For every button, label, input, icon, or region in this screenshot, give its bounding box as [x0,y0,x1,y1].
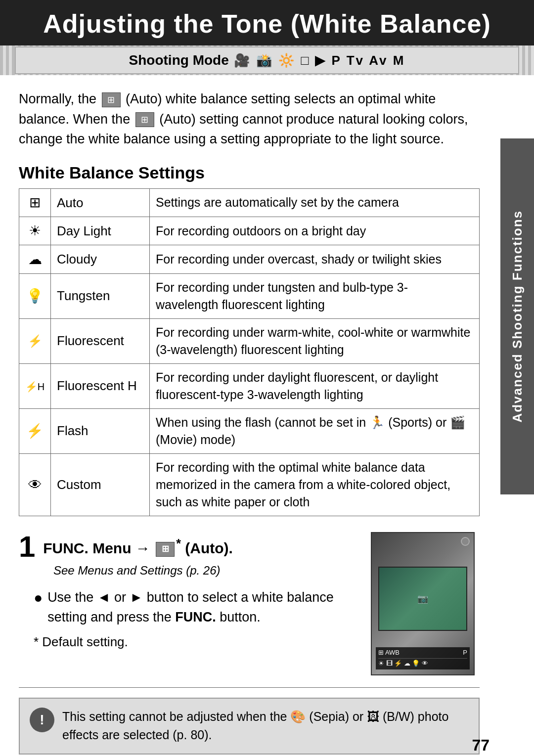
table-row: 👁 Custom For recording with the optimal … [19,453,480,516]
icon-cell: ☀ [19,217,51,245]
step-header: 1 FUNC. Menu → * (Auto). [19,532,357,562]
side-tab-text: Advanced Shooting Functions [510,210,525,423]
table-row: ☁ Cloudy For recording under overcast, s… [19,245,480,273]
name-cell: Auto [51,188,150,217]
icon-cell: 👁 [19,453,51,516]
page-wrapper: Advanced Shooting Functions Adjusting th… [0,0,534,756]
table-row: ⚡ Fluorescent For recording under warm-w… [19,318,480,363]
desc-cell: Settings are automatically set by the ca… [150,188,480,217]
icon-cell: ⚡H [19,363,51,408]
name-cell: Cloudy [51,245,150,273]
icon-cell: ⚡ [19,318,51,363]
icon-cell: ⚡ [19,408,51,453]
shooting-mode-label: Shooting Mode [129,52,229,68]
notice-icon: ! [30,708,54,732]
wb-section-heading: White Balance Settings [19,163,480,182]
table-row: ⚡H Fluorescent H For recording under day… [19,363,480,408]
desc-cell: For recording under overcast, shady or t… [150,245,480,273]
name-cell: Fluorescent [51,318,150,363]
name-cell: Day Light [51,217,150,245]
table-row: 💡 Tungsten For recording under tungsten … [19,273,480,318]
divider [19,687,480,688]
step-right: 📷 ⊞ AWBP ☀ 🎞 ⚡ ☁ 💡 👁 [371,532,480,675]
desc-cell: For recording under warm-white, cool-whi… [150,318,480,363]
table-row: ⊞ Auto Settings are automatically set by… [19,188,480,217]
icon-cell: ⊞ [19,188,51,217]
bullet-dot: ● [34,586,43,627]
shooting-mode-bar: Shooting Mode 🎥 📸 🔆 □ ▶ P Tv Av M [15,46,519,74]
desc-cell: For recording under tungsten and bulb-ty… [150,273,480,318]
body-content: Normally, the (Auto) white balance setti… [0,75,534,756]
notice-text: This setting cannot be adjusted when the… [62,708,469,745]
mode-icons: 🎥 📸 🔆 □ ▶ P Tv Av M [234,53,405,68]
icon-cell: 💡 [19,273,51,318]
desc-cell: For recording with the optimal white bal… [150,453,480,516]
step-number: 1 [19,532,35,562]
camera-image: 📷 ⊞ AWBP ☀ 🎞 ⚡ ☁ 💡 👁 [371,532,475,675]
mode-bar-wrapper: Shooting Mode 🎥 📸 🔆 □ ▶ P Tv Av M [0,45,534,75]
awb-icon-2 [135,112,154,127]
name-cell: Fluorescent H [51,363,150,408]
table-row: ⚡ Flash When using the flash (cannot be … [19,408,480,453]
bullet-text: Use the ◄ or ► button to select a white … [47,587,357,627]
step-bullets: ● Use the ◄ or ► button to select a whit… [34,587,357,627]
notice-box: ! This setting cannot be adjusted when t… [19,698,480,755]
step-left: 1 FUNC. Menu → * (Auto). See Menus and S… [19,532,357,650]
desc-cell: For recording outdoors on a bright day [150,217,480,245]
step-bullet: ● Use the ◄ or ► button to select a whit… [34,587,357,627]
desc-cell: When using the flash (cannot be set in 🏃… [150,408,480,453]
step-section: 1 FUNC. Menu → * (Auto). See Menus and S… [19,532,480,675]
page-title: Adjusting the Tone (White Balance) [0,0,534,45]
intro-paragraph: Normally, the (Auto) white balance setti… [19,89,480,149]
side-tab: Advanced Shooting Functions [500,138,534,494]
name-cell: Tungsten [51,273,150,318]
desc-cell: For recording under daylight fluorescent… [150,363,480,408]
icon-cell: ☁ [19,245,51,273]
page-number: 77 [472,736,490,755]
name-cell: Flash [51,408,150,453]
awb-icon-1 [102,92,121,107]
func-icon [156,542,175,557]
name-cell: Custom [51,453,150,516]
wb-settings-table: ⊞ Auto Settings are automatically set by… [19,188,480,516]
step-instruction: FUNC. Menu → * (Auto). [43,540,233,556]
step-sub: See Menus and Settings (p. 26) [53,564,357,578]
step-note: * Default setting. [34,634,357,650]
table-row: ☀ Day Light For recording outdoors on a … [19,217,480,245]
